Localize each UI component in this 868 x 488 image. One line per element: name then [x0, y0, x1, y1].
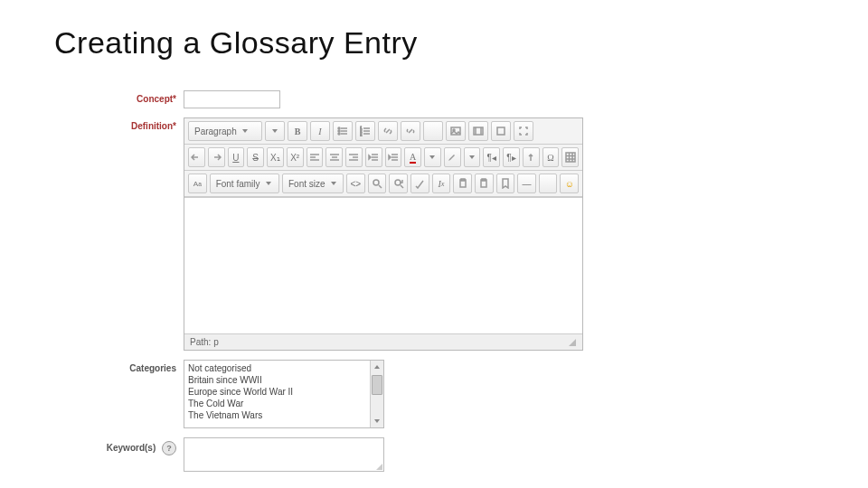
- svg-point-2: [338, 130, 340, 132]
- list-item[interactable]: The Vietnam Wars: [188, 409, 366, 421]
- indent-button[interactable]: [385, 147, 402, 167]
- help-icon[interactable]: ?: [162, 441, 176, 455]
- superscript-button[interactable]: X²: [287, 147, 304, 167]
- scroll-down-button[interactable]: [371, 415, 383, 427]
- pasteword-button[interactable]: [453, 174, 472, 193]
- redo-button[interactable]: [208, 147, 225, 167]
- svg-text:3: 3: [360, 133, 363, 136]
- number-list-button[interactable]: 123: [355, 121, 375, 141]
- underline-button[interactable]: U: [228, 147, 245, 167]
- label-definition: Definition*: [104, 117, 184, 351]
- strike-button[interactable]: S: [247, 147, 264, 167]
- find-button[interactable]: [368, 174, 387, 193]
- undo-button[interactable]: [188, 147, 205, 167]
- equation-button[interactable]: [491, 121, 511, 141]
- bullet-list-button[interactable]: [333, 121, 353, 141]
- spellcheck-button[interactable]: [410, 174, 429, 193]
- clearformat-button[interactable]: Ix: [432, 174, 451, 193]
- replace-button[interactable]: [389, 174, 408, 193]
- blank-button[interactable]: [423, 121, 443, 141]
- outdent-button[interactable]: [365, 147, 382, 167]
- blank-button[interactable]: [539, 174, 558, 193]
- scroll-thumb[interactable]: [372, 375, 382, 395]
- resize-handle-icon[interactable]: [568, 338, 577, 347]
- align-right-button[interactable]: [345, 147, 363, 167]
- hr-button[interactable]: —: [517, 174, 536, 193]
- fontfamily-dropdown[interactable]: Font family: [210, 174, 279, 193]
- list-item[interactable]: Not categorised: [188, 362, 366, 374]
- align-left-button[interactable]: [307, 147, 324, 167]
- html-button[interactable]: <>: [346, 174, 365, 193]
- omega-button[interactable]: Ω: [542, 147, 560, 167]
- svg-rect-33: [566, 153, 575, 162]
- keywords-input[interactable]: [184, 437, 384, 472]
- list-item[interactable]: Europe since World War II: [188, 386, 366, 398]
- slide-title: Creating a Glossary Entry: [54, 25, 418, 61]
- align-center-button[interactable]: [326, 147, 343, 167]
- svg-point-4: [338, 133, 340, 135]
- list-item[interactable]: The Cold War: [188, 398, 366, 409]
- rtl-button[interactable]: ¶▸: [503, 147, 520, 167]
- editor-pathbar: Path: p: [184, 334, 582, 350]
- chevron-down-icon[interactable]: [464, 147, 481, 167]
- pastetext-button[interactable]: [475, 174, 494, 193]
- categories-listbox[interactable]: Not categorised Britain since WWII Europ…: [184, 360, 384, 428]
- chevron-down-icon[interactable]: [265, 121, 285, 141]
- bold-button[interactable]: B: [288, 121, 307, 141]
- fontcolor-button[interactable]: A: [404, 147, 421, 167]
- definition-editor: Paragraph B I 123 U S X₁: [184, 117, 583, 351]
- media-button[interactable]: [468, 121, 488, 141]
- css-button[interactable]: Aa: [188, 174, 207, 193]
- editor-canvas[interactable]: [184, 197, 582, 334]
- concept-input[interactable]: [184, 90, 280, 108]
- svg-point-0: [338, 127, 340, 129]
- svg-line-41: [401, 185, 403, 188]
- bookmark-button[interactable]: [496, 174, 515, 193]
- categories-items[interactable]: Not categorised Britain since WWII Europ…: [184, 361, 370, 427]
- subscript-button[interactable]: X₁: [267, 147, 284, 167]
- svg-point-38: [373, 180, 379, 185]
- format-dropdown[interactable]: Paragraph: [188, 121, 262, 141]
- nonbreaking-button[interactable]: [523, 147, 540, 167]
- link-button[interactable]: [378, 121, 398, 141]
- ltr-button[interactable]: ¶◂: [483, 147, 500, 167]
- smiley-button[interactable]: ☺: [560, 174, 579, 193]
- scroll-up-button[interactable]: [371, 361, 383, 373]
- label-concept: Concept*: [104, 90, 184, 108]
- fullscreen-button[interactable]: [514, 121, 533, 141]
- highlight-button[interactable]: [444, 147, 461, 167]
- label-categories: Categories: [104, 360, 184, 428]
- svg-rect-17: [497, 127, 505, 135]
- chevron-down-icon[interactable]: [424, 147, 441, 167]
- label-keywords: Keyword(s) ?: [104, 437, 184, 472]
- table-button[interactable]: [561, 147, 579, 167]
- image-button[interactable]: [446, 121, 466, 141]
- unlink-button[interactable]: [401, 121, 420, 141]
- fontsize-dropdown[interactable]: Font size: [282, 174, 344, 193]
- italic-button[interactable]: I: [310, 121, 330, 141]
- svg-line-39: [379, 185, 382, 188]
- list-item[interactable]: Britain since WWII: [188, 374, 366, 386]
